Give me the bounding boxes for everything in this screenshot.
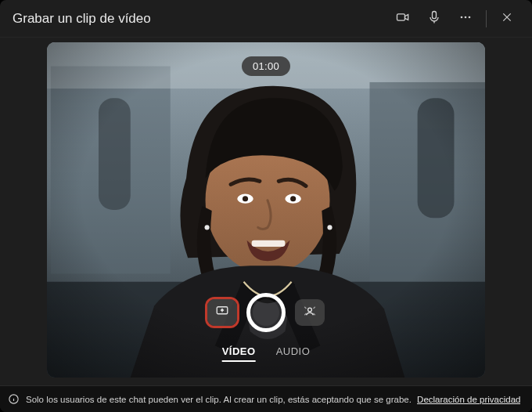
screen-share-button[interactable] [207, 299, 237, 326]
svg-rect-1 [433, 11, 437, 18]
info-icon [8, 393, 20, 405]
svg-point-4 [469, 16, 471, 18]
close-icon [501, 11, 513, 27]
preview-wrap: 01:00 [47, 38, 485, 385]
mode-tabs: VÍDEO AUDIO [222, 345, 311, 362]
privacy-message-text: Solo los usuarios de este chat pueden ve… [26, 395, 412, 404]
record-button[interactable] [246, 293, 286, 332]
screen-share-icon [215, 304, 229, 321]
titlebar: Grabar un clip de vídeo [0, 0, 532, 38]
more-options-button[interactable] [450, 3, 481, 34]
titlebar-divider [486, 10, 487, 27]
mic-icon [426, 9, 442, 28]
window-title: Grabar un clip de vídeo [13, 11, 151, 27]
svg-point-3 [465, 16, 467, 18]
svg-point-2 [461, 16, 463, 18]
camera-icon [395, 9, 411, 28]
video-clip-recorder-window: Grabar un clip de vídeo [0, 0, 532, 412]
svg-rect-0 [397, 13, 405, 20]
tab-video[interactable]: VÍDEO [222, 345, 256, 362]
camera-toggle-button[interactable] [387, 3, 419, 34]
svg-point-23 [308, 308, 312, 312]
background-effects-button[interactable] [295, 299, 325, 326]
tab-audio[interactable]: AUDIO [276, 345, 311, 362]
mic-toggle-button[interactable] [419, 3, 450, 34]
privacy-message: Solo los usuarios de este chat pueden ve… [26, 395, 520, 404]
close-button[interactable] [491, 3, 523, 34]
privacy-link[interactable]: Declaración de privacidad [417, 395, 520, 404]
stage: 01:00 [0, 38, 532, 385]
recording-timer: 01:00 [242, 56, 290, 76]
recorder-controls [207, 293, 325, 332]
camera-preview: 01:00 [47, 42, 485, 378]
more-icon [458, 9, 473, 28]
background-effects-icon [303, 304, 317, 321]
privacy-footer: Solo los usuarios de este chat pueden ve… [0, 385, 532, 412]
